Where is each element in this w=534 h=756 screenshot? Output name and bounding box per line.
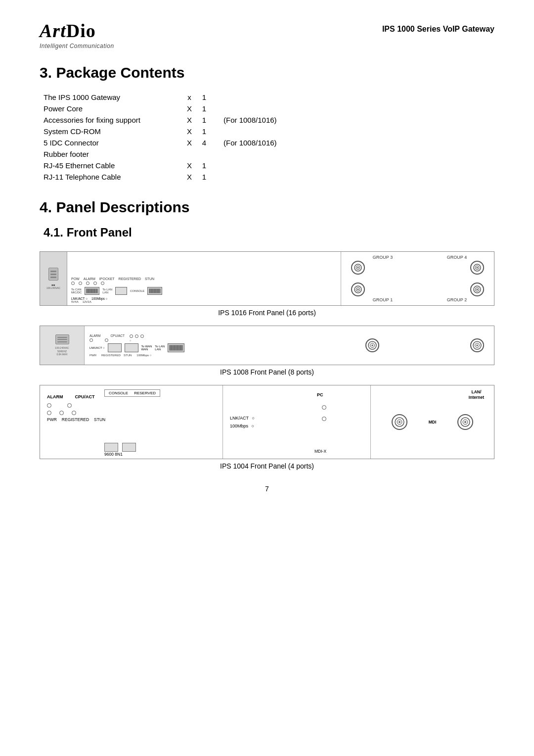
ips1004-diagram: ALARM CPU/ACT CONSOLE RESERVED [40, 385, 494, 459]
ips1004-caption: IPS 1004 Front Panel (4 ports) [40, 462, 494, 470]
indicator-labels-top: POW ALARM IPOCKET REGISTERED STUN [71, 277, 337, 281]
item-symbol: X [182, 116, 197, 124]
to-wan-label: To WANWAN [141, 345, 152, 351]
dot-stun1004 [72, 411, 76, 415]
ips1016-diagram: ■■ 100-240VAC POW ALARM IPOCKET REGISTER… [40, 251, 494, 306]
1008-port-left [365, 338, 379, 352]
lnkact-circle: ○ [252, 416, 254, 421]
1004-port-right [457, 414, 473, 430]
power-ratings: 100-240VAC 50/60HZ 0.8A MAX [55, 346, 69, 356]
alarm-label: ALARM [47, 394, 63, 399]
pc-label: PC [317, 392, 323, 397]
dot-registered [93, 282, 97, 285]
dot-pow [71, 282, 75, 285]
item-qty: 1 [197, 173, 212, 181]
item-name: RJ-11 Telephone Cable [44, 173, 182, 181]
group-labels-bottom: GROUP 1 GROUP 2 [346, 297, 494, 302]
pwr-label: PWR [47, 417, 57, 422]
ips1004-mid: LNK/ACT ○ 100Mbps ○ [223, 385, 370, 459]
svg-point-5 [477, 267, 478, 269]
dot-alarm [79, 282, 82, 285]
to-lan-label: To LANLAN [155, 345, 165, 351]
item-note: (For 1008/1016) [223, 139, 277, 147]
dot1008-cpu [105, 338, 108, 342]
1008-bottom-labels: PWRREGISTEREDSTUN100Mbps ○ [89, 354, 351, 357]
ips1008-left: 100-240VAC 50/60HZ 0.8A MAX [40, 326, 85, 365]
svg-point-11 [477, 289, 478, 290]
svg-point-2 [357, 267, 359, 269]
dot-pc-bot [322, 417, 326, 421]
1008-connector-row: LNK/ACT ○ To WANWAN To LANLAN [89, 343, 351, 352]
bottom-labels: LNK/ACT ○ 100Mbps ○ [71, 297, 337, 300]
svg-point-8 [357, 289, 359, 290]
item-note: (For 1008/1016) [223, 116, 277, 124]
console-label: CONSOLE [109, 391, 128, 395]
item-name: 5 IDC Connector [44, 139, 182, 147]
lan-port [115, 287, 127, 295]
ips1008-ports [356, 326, 494, 365]
logo-area: ArtDio Intelligent Communication [40, 20, 114, 49]
ips1008-center: ALARMCPU/ACT ○ LN [85, 326, 356, 365]
can-port [85, 287, 99, 295]
item-name: RJ-45 Ethernet Cable [44, 161, 182, 170]
1008-top-row: ALARMCPU/ACT ○ [89, 334, 351, 342]
ips1004-ports: LAN/Internet MDI [370, 385, 494, 459]
item-symbol: X [182, 139, 197, 147]
item-qty: 4 [197, 139, 212, 147]
list-item: Power Core X 1 [44, 104, 494, 113]
group1-label: GROUP 1 [373, 297, 393, 302]
lan-port-1004 [122, 443, 136, 452]
pwr-reg-stun-labels: PWR REGISTERED STUN [47, 417, 216, 422]
1004-dots-row1 [47, 403, 216, 408]
power-labels: 5V4A 12V2A [71, 300, 337, 303]
1008-dot-group: ○ [130, 334, 144, 342]
lnkact-label: LNK/ACT ○ [89, 346, 105, 349]
port-bot-left [351, 283, 365, 296]
item-symbol: X [182, 173, 197, 181]
ips1004-inner: ALARM CPU/ACT CONSOLE RESERVED [40, 385, 494, 459]
rack-connector [48, 268, 58, 281]
dot-pc-top [322, 405, 326, 410]
dot-cpu1004 [67, 403, 72, 408]
1008-port-right [470, 338, 484, 352]
lnkact-text: LNK/ACT [230, 416, 249, 421]
console-reserved-box: CONSOLE RESERVED [104, 389, 160, 397]
1008-serial [168, 343, 184, 352]
ips1016-inner: ■■ 100-240VAC POW ALARM IPOCKET REGISTER… [40, 252, 494, 305]
pc-dots [322, 405, 326, 421]
logo: ArtDio [40, 20, 114, 42]
product-title: IPS 1000 Series VoIP Gateway [382, 20, 494, 34]
logo-art: Art [40, 20, 66, 41]
indicator-dots-top [71, 282, 337, 285]
item-name: System CD-ROM [44, 127, 182, 136]
item-name: Power Core [44, 104, 182, 113]
item-qty: 1 [197, 127, 212, 136]
svg-point-17 [477, 345, 478, 346]
baud-label: 9600 8N1 [104, 452, 123, 457]
ips1004-left: ALARM CPU/ACT CONSOLE RESERVED [40, 385, 223, 459]
rack-bracket [55, 334, 69, 344]
1008-port1 [108, 343, 122, 352]
ips1016-center: POW ALARM IPOCKET REGISTERED STUN To CAN… [67, 252, 341, 305]
list-item: Accessories for fixing support X 1 (For … [44, 116, 494, 124]
item-name: Rubber footer [44, 150, 182, 158]
dot-alarm1004 [47, 403, 51, 408]
item-qty: 1 [197, 116, 212, 124]
svg-point-20 [399, 421, 400, 423]
item-qty: 1 [197, 161, 212, 170]
section3-heading: Package Contents [56, 64, 184, 81]
rack-left: ■■ 100-240VAC [40, 252, 67, 305]
serial-port-1004 [104, 443, 118, 452]
1004-dots-row2 [47, 411, 216, 415]
lan-internet-label: LAN/Internet [469, 389, 484, 400]
mid-connectors: To CANMIC/DC To LANLAN CONSOLE [71, 287, 337, 295]
stun-label: STUN [94, 417, 105, 422]
ips1008-caption: IPS 1008 Front Panel (8 ports) [40, 368, 494, 376]
lnkact-label-1004: LNK/ACT ○ [230, 416, 363, 421]
port-row-bottom [351, 283, 484, 296]
to-lan-label: To LANLAN [102, 288, 112, 294]
package-contents-table: The IPS 1000 Gateway x 1 Power Core X 1 … [44, 93, 494, 181]
port-top-left [351, 261, 365, 275]
item-name: Accessories for fixing support [44, 116, 182, 124]
group2-label: GROUP 2 [447, 297, 467, 302]
